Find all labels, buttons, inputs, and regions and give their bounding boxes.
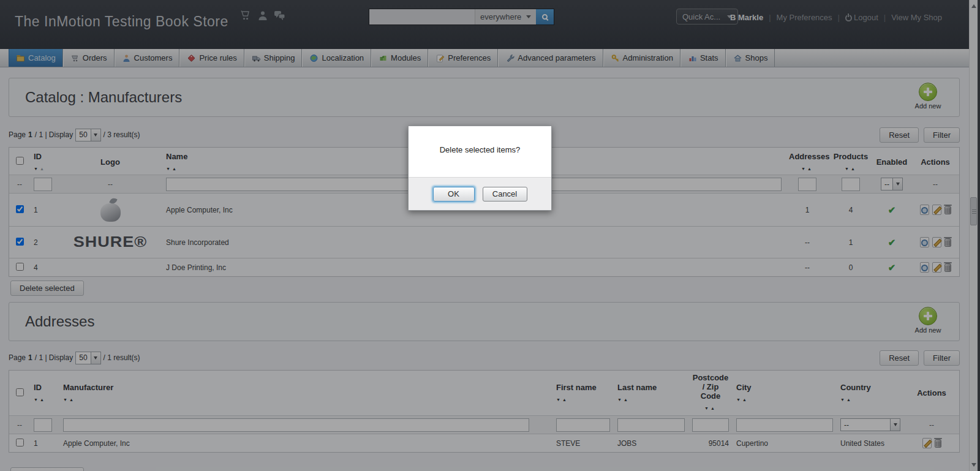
dialog-buttons: OK Cancel: [409, 177, 551, 210]
ok-button[interactable]: OK: [433, 187, 475, 202]
confirm-dialog: Delete selected items? OK Cancel: [408, 126, 552, 211]
modal-overlay: [0, 0, 980, 471]
cancel-button[interactable]: Cancel: [483, 187, 527, 202]
dialog-message: Delete selected items?: [409, 126, 551, 177]
